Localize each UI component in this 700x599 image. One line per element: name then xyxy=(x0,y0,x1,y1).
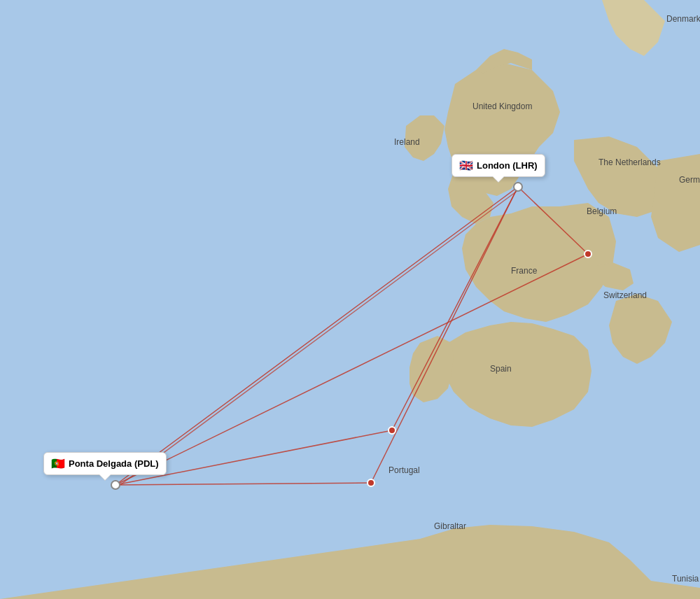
svg-point-12 xyxy=(514,183,522,191)
map-container: United Kingdom Ireland France Spain Port… xyxy=(0,0,700,599)
svg-point-11 xyxy=(368,479,374,486)
svg-point-13 xyxy=(111,481,120,489)
svg-rect-0 xyxy=(0,0,700,599)
svg-point-10 xyxy=(388,427,396,434)
svg-point-9 xyxy=(584,251,592,258)
